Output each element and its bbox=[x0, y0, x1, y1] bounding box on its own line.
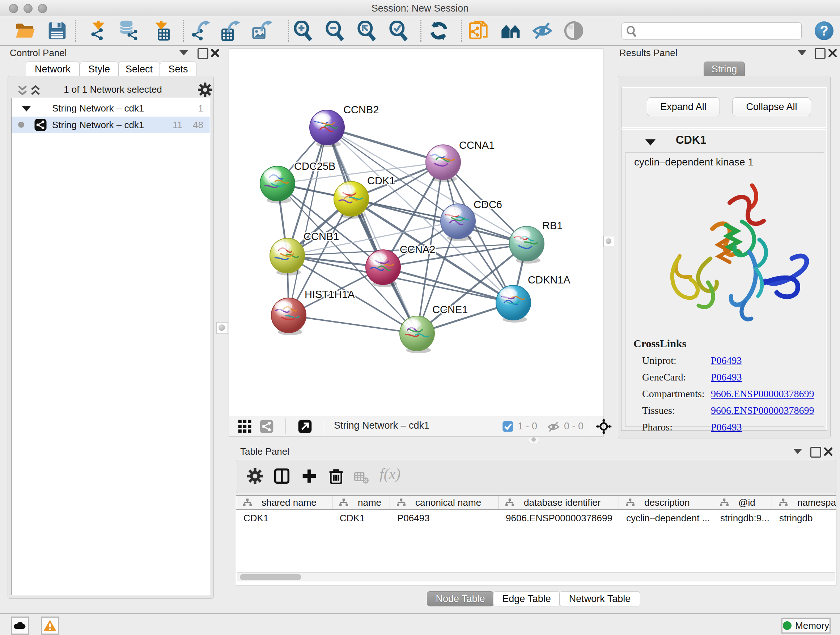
collapse-all-networks-icon[interactable] bbox=[16, 84, 29, 97]
refresh-view-icon[interactable] bbox=[429, 21, 449, 41]
table-cell[interactable]: cyclin–dependent ... bbox=[619, 510, 720, 526]
network-edge[interactable] bbox=[289, 315, 417, 333]
table-cell[interactable]: CDK1 bbox=[236, 510, 339, 526]
column-header-database-identifier[interactable]: database identifier bbox=[499, 496, 619, 509]
export-network-icon[interactable] bbox=[190, 21, 210, 41]
network-node-count: 11 bbox=[172, 117, 182, 133]
table-cell[interactable]: stringdb bbox=[772, 510, 840, 526]
network-collection-row[interactable]: String Network – cdk1 1 bbox=[11, 100, 210, 117]
control-panel-float-icon[interactable] bbox=[180, 50, 188, 55]
table-options-gear-icon[interactable] bbox=[247, 468, 263, 484]
network-options-gear-icon[interactable] bbox=[198, 82, 212, 97]
table-cell[interactable]: CDK1 bbox=[332, 510, 397, 526]
crosslink-link[interactable]: 9606.ENSP00000378699 bbox=[711, 388, 814, 400]
network-node-CDC25B[interactable]: CDC25B bbox=[260, 160, 335, 203]
birds-eye-view-icon[interactable] bbox=[238, 419, 252, 434]
column-header-name[interactable]: name bbox=[332, 496, 390, 509]
column-header-namespac[interactable]: namespac bbox=[772, 496, 836, 509]
tab-network[interactable]: Network bbox=[26, 62, 80, 77]
collection-expander-icon[interactable] bbox=[22, 106, 31, 111]
zoom-in-icon[interactable] bbox=[293, 21, 313, 41]
zoom-selected-icon[interactable] bbox=[388, 21, 409, 41]
crosslink-link[interactable]: P06493 bbox=[711, 371, 742, 383]
collapse-all-button[interactable]: Collapse All bbox=[732, 97, 811, 116]
create-annotation-icon[interactable] bbox=[468, 21, 488, 41]
import-network-file-icon[interactable] bbox=[88, 21, 108, 41]
right-splitter-handle[interactable] bbox=[603, 236, 614, 247]
network-view-toolbar: String Network – cdk1 1 - 0 0 - 0 bbox=[229, 416, 604, 437]
network-node-RB1[interactable]: RB1 bbox=[509, 220, 562, 264]
memory-button[interactable]: Memory bbox=[782, 618, 831, 633]
application-window: Session: New Session bbox=[0, 0, 840, 635]
table-h-scrollbar[interactable] bbox=[237, 572, 835, 581]
import-network-database-icon[interactable] bbox=[118, 21, 139, 41]
tab-string-results[interactable]: String bbox=[704, 62, 745, 77]
table-panel-close-icon[interactable] bbox=[823, 447, 833, 456]
network-node-CCNE1[interactable]: CCNE1 bbox=[400, 304, 468, 353]
tab-select[interactable]: Select bbox=[118, 62, 160, 77]
crosslink-link[interactable]: P06493 bbox=[711, 355, 742, 366]
results-panel-close-icon[interactable] bbox=[828, 48, 837, 58]
column-header-canonical-name[interactable]: canonical name bbox=[390, 496, 499, 509]
network-node-CCNA1[interactable]: CCNA1 bbox=[426, 139, 494, 182]
bottom-splitter-handle[interactable] bbox=[529, 437, 539, 443]
table-panel-float-icon[interactable] bbox=[793, 449, 802, 454]
hidden-eye-icon[interactable] bbox=[547, 421, 560, 433]
network-node-CDKN1A[interactable]: CDKN1A bbox=[496, 274, 570, 323]
protein-card-expander-icon[interactable] bbox=[645, 139, 655, 146]
tab-style[interactable]: Style bbox=[80, 62, 118, 77]
control-panel-maximize-icon[interactable] bbox=[197, 48, 208, 59]
save-session-icon[interactable] bbox=[47, 21, 67, 41]
export-image-icon[interactable] bbox=[252, 21, 272, 41]
cloud-status-button[interactable] bbox=[11, 616, 29, 635]
open-in-window-icon[interactable] bbox=[298, 419, 312, 434]
control-panel-close-icon[interactable] bbox=[210, 48, 220, 58]
tab-sets[interactable]: Sets bbox=[160, 62, 196, 77]
open-session-icon[interactable] bbox=[15, 21, 35, 41]
zoom-fit-icon[interactable] bbox=[357, 21, 377, 41]
warnings-button[interactable] bbox=[41, 616, 59, 635]
results-panel-maximize-icon[interactable] bbox=[815, 48, 826, 59]
delete-column-icon[interactable] bbox=[328, 468, 344, 484]
function-builder-icon-disabled: f(x) bbox=[379, 465, 401, 483]
table-panel-maximize-icon[interactable] bbox=[810, 447, 821, 458]
table-h-scrollbar-thumb[interactable] bbox=[240, 574, 302, 580]
protein-structure-image bbox=[636, 174, 817, 334]
import-table-file-icon[interactable] bbox=[152, 21, 172, 41]
table-cell[interactable]: P06493 bbox=[390, 510, 505, 526]
left-splitter-handle[interactable] bbox=[216, 322, 228, 334]
search-box[interactable] bbox=[622, 22, 802, 40]
column-header--id[interactable]: @id bbox=[713, 496, 772, 509]
hide-selected-icon[interactable] bbox=[532, 21, 553, 41]
expand-all-button[interactable]: Expand All bbox=[647, 97, 720, 116]
table-cell[interactable]: 9606.ENSP00000378699 bbox=[499, 510, 626, 526]
fit-content-crosshair-icon[interactable] bbox=[596, 418, 612, 434]
help-button[interactable]: ? bbox=[815, 21, 834, 40]
show-columns-icon[interactable] bbox=[274, 468, 290, 484]
export-table-icon[interactable] bbox=[220, 21, 240, 41]
network-canvas[interactable]: CCNB2CCNA1CDC25BCDK1CDC6RB1CCNB1CCNA2CDK… bbox=[229, 48, 603, 416]
tab-node-table[interactable]: Node Table bbox=[427, 591, 494, 606]
search-input[interactable] bbox=[641, 24, 798, 38]
add-column-icon[interactable] bbox=[302, 468, 317, 484]
zoom-out-icon[interactable] bbox=[325, 21, 345, 41]
column-header-description[interactable]: description bbox=[619, 496, 713, 509]
crosslink-link[interactable]: 9606.ENSP00000378699 bbox=[711, 405, 814, 416]
network-edge[interactable] bbox=[327, 127, 443, 162]
show-all-networks-icon[interactable] bbox=[501, 21, 521, 41]
network-node-HIST1H1A[interactable]: HIST1H1A bbox=[271, 288, 355, 335]
network-view-title: String Network – cdk1 bbox=[334, 420, 486, 431]
results-panel-float-icon[interactable] bbox=[798, 50, 806, 55]
table-cell[interactable]: stringdb:9... bbox=[713, 510, 779, 526]
column-type-icon bbox=[505, 498, 515, 507]
selected-checkbox-icon[interactable] bbox=[502, 421, 514, 432]
graphics-details-icon[interactable] bbox=[564, 21, 584, 41]
tab-network-table[interactable]: Network Table bbox=[559, 591, 640, 606]
column-header-shared-name[interactable]: shared name bbox=[236, 496, 332, 509]
expand-all-networks-icon[interactable] bbox=[29, 84, 42, 97]
crosslink-link[interactable]: P06493 bbox=[711, 421, 742, 433]
network-edge[interactable] bbox=[289, 127, 327, 315]
tab-edge-table[interactable]: Edge Table bbox=[493, 591, 560, 606]
crosslink-label: Compartments: bbox=[642, 388, 705, 400]
network-row-selected[interactable]: String Network – cdk1 11 48 bbox=[11, 117, 210, 133]
